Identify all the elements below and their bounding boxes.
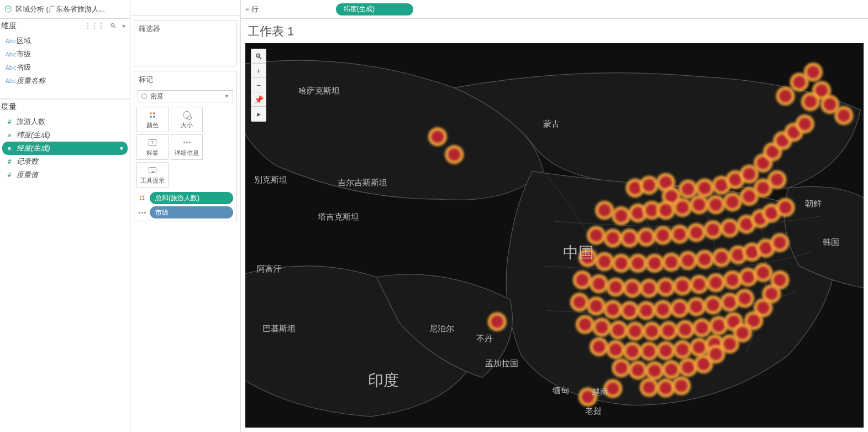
- marks-shelf-item[interactable]: 总和(旅游人数): [138, 192, 233, 204]
- field-纬度(生成)[interactable]: ⊕ 纬度(生成): [2, 128, 128, 142]
- dimensions-section: 维度 ⋮⋮⋮ 🔍︎ ▾ Abc 区域 Abc 市级 Abc 省级 Abc 度量名…: [0, 19, 130, 99]
- marks-shelf-item[interactable]: 市级: [138, 206, 233, 218]
- heat-point: [735, 289, 754, 308]
- map-label: 缅甸: [553, 386, 569, 395]
- marks-card: 标记 密度 ▼ 颜色 大小 标签: [134, 71, 237, 221]
- heat-point: [678, 358, 697, 377]
- svg-point-115: [665, 256, 677, 268]
- map-zoom-in-button[interactable]: +: [251, 64, 266, 78]
- view-list-icon[interactable]: ⋮⋮⋮: [83, 21, 106, 31]
- heat-point: [590, 274, 608, 293]
- svg-point-71: [727, 196, 739, 208]
- field-label: 区域: [17, 36, 31, 46]
- map-toolbar: 🔍︎ + − 📌 ▸: [251, 49, 266, 122]
- mark-type-label: 密度: [150, 92, 164, 101]
- marks-color-cell[interactable]: 颜色: [136, 107, 169, 132]
- marks-size-cell[interactable]: 大小: [171, 107, 203, 132]
- marks-tooltip-cell[interactable]: 工具提示: [136, 162, 169, 188]
- heat-point: [643, 322, 661, 341]
- svg-point-203: [643, 345, 655, 357]
- pill[interactable]: 总和(旅游人数): [150, 192, 233, 204]
- heat-point: [612, 254, 630, 273]
- heat-point: [640, 176, 659, 195]
- heat-point: [670, 225, 689, 243]
- heat-point: [637, 227, 656, 246]
- svg-point-133: [593, 278, 605, 290]
- abc-icon: Abc: [6, 38, 13, 45]
- svg-point-207: [676, 343, 688, 356]
- heat-point: [654, 300, 672, 319]
- map-view[interactable]: 哈萨克斯坦蒙古吉尔吉斯斯坦别克斯坦塔吉克斯坦阿富汗巴基斯坦尼泊尔不丹孟加拉国缅甸…: [245, 43, 864, 428]
- svg-point-75: [757, 182, 769, 194]
- map-label: 塔吉克斯坦: [317, 212, 359, 221]
- map-zoom-out-button[interactable]: −: [251, 78, 266, 92]
- svg-point-57: [615, 210, 627, 222]
- datasource-header[interactable]: 区域分析 (广东各省旅游人...: [0, 0, 130, 19]
- svg-point-197: [593, 341, 605, 353]
- field-市级[interactable]: Abc 市级: [2, 48, 128, 61]
- field-label: 经度(生成): [17, 143, 50, 153]
- pill[interactable]: 市级: [150, 206, 233, 218]
- heat-point: [645, 254, 664, 273]
- field-caret-icon[interactable]: ▼: [119, 145, 124, 152]
- geo-icon: ⊕: [6, 145, 13, 152]
- svg-point-93: [707, 223, 719, 236]
- svg-point-139: [643, 282, 655, 294]
- svg-point-183: [629, 325, 641, 337]
- field-省级[interactable]: Abc 省级: [2, 61, 128, 74]
- heat-point: [573, 270, 592, 289]
- heat-point: [706, 273, 725, 292]
- heat-point: [670, 299, 689, 318]
- heat-point: [640, 378, 659, 397]
- field-记录数[interactable]: # 记录数: [2, 155, 128, 168]
- svg-point-79: [590, 229, 602, 241]
- svg-point-33: [665, 190, 677, 202]
- heat-point: [720, 218, 739, 237]
- map-label: 越南: [592, 387, 608, 396]
- marks-title: 标记: [134, 71, 236, 88]
- heat-point: [620, 301, 639, 320]
- map-pin-button[interactable]: 📌: [251, 92, 266, 107]
- field-度量值[interactable]: # 度量值: [2, 168, 128, 181]
- field-度量名称[interactable]: Abc 度量名称: [2, 74, 128, 87]
- menu-caret-icon[interactable]: ▾: [121, 21, 127, 31]
- heat-point: [687, 297, 706, 316]
- svg-point-229: [675, 379, 687, 392]
- heat-point: [488, 313, 507, 331]
- svg-point-121: [716, 252, 728, 264]
- field-经度(生成)[interactable]: ⊕ 经度(生成) ▼: [2, 142, 128, 155]
- sheet-title[interactable]: 工作表 1: [241, 19, 868, 43]
- rows-shelf[interactable]: ≡ 行 纬度(生成): [241, 0, 868, 19]
- field-旅游人数[interactable]: # 旅游人数: [2, 115, 128, 128]
- abc-icon: Abc: [6, 77, 13, 85]
- map-search-button[interactable]: 🔍︎: [251, 49, 266, 64]
- svg-point-241: [724, 338, 736, 350]
- svg-point-181: [612, 324, 624, 336]
- svg-point-209: [693, 341, 705, 353]
- svg-point-151: [742, 271, 754, 283]
- svg-point-221: [682, 361, 694, 373]
- marks-detail-cell[interactable]: 详细信息: [171, 134, 203, 160]
- field-label: 省级: [17, 63, 31, 72]
- heat-point: [590, 337, 608, 356]
- svg-point-97: [740, 218, 753, 230]
- filters-card[interactable]: 筛选器: [134, 20, 237, 66]
- mark-type-dropdown[interactable]: 密度 ▼: [138, 90, 233, 102]
- svg-point-17: [432, 131, 444, 143]
- heat-point: [676, 320, 695, 339]
- svg-point-135: [609, 281, 622, 293]
- map-expand-button[interactable]: ▸: [251, 107, 266, 121]
- measures-section: 度量 # 旅游人数 ⊕ 纬度(生成) ⊕ 经度(生成) ▼ # 记录数 # 度量…: [0, 99, 130, 432]
- svg-point-61: [646, 204, 658, 216]
- detail-icon: [183, 142, 191, 143]
- map-label: 中国: [563, 243, 594, 261]
- marks-label-cell[interactable]: 标签: [136, 134, 169, 160]
- rows-pill[interactable]: 纬度(生成): [336, 3, 413, 15]
- svg-point-215: [632, 364, 644, 376]
- datasource-icon: [4, 6, 12, 13]
- search-icon[interactable]: 🔍︎: [109, 21, 118, 31]
- heat-point: [754, 263, 772, 282]
- heat-point: [428, 127, 447, 146]
- field-区域[interactable]: Abc 区域: [2, 34, 128, 48]
- svg-point-125: [746, 246, 758, 258]
